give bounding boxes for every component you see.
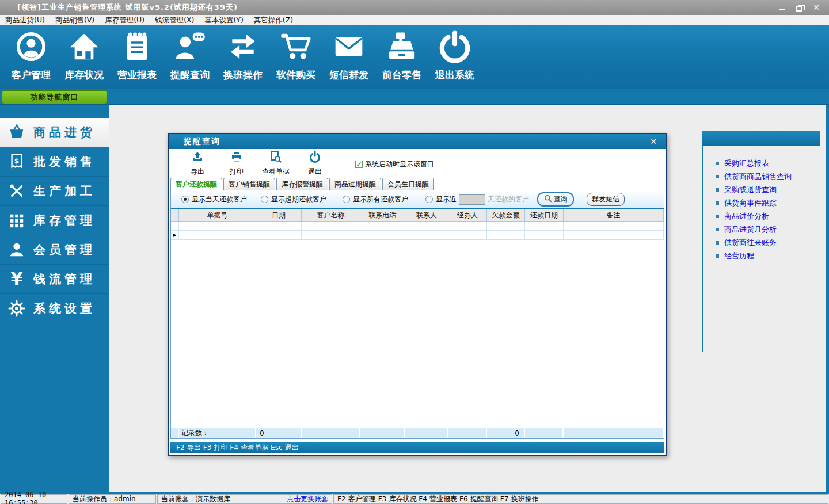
toolbar-business-report[interactable]: 营业报表 — [111, 25, 163, 89]
menu-bar: 商品进货(U) 商品销售(V) 库存管理(U) 钱流管理(X) 基本设置(Y) … — [0, 15, 829, 25]
table-header-row: 单据号 日期 客户名称 联系电话 联系人 经办人 欠款金额 还款日期 备注 — [171, 209, 664, 222]
sidebar-item-production[interactable]: 生产加工 — [0, 177, 109, 206]
link-supplier-accounts[interactable]: 供货商往来账务 — [716, 236, 820, 249]
col-header-repay-date[interactable]: 还款日期 — [525, 209, 564, 222]
table-row[interactable]: ▶ — [171, 231, 664, 240]
tab-product-expiry[interactable]: 商品过期提醒 — [329, 178, 381, 190]
sidebar-item-inventory[interactable]: 库存管理 — [0, 206, 109, 235]
sidebar-item-cashflow[interactable]: ¥ 钱流管理 — [0, 265, 109, 294]
sidebar-item-wholesale[interactable]: $ 批发销售 — [0, 147, 109, 177]
toolbar-inventory-status[interactable]: 库存状况 — [58, 25, 111, 89]
bullet-icon — [716, 254, 719, 258]
dialog-exit-button[interactable]: 退出 — [295, 151, 334, 177]
toolbar-reminder-query[interactable]: 提醒查询 — [163, 25, 216, 89]
reminder-query-dialog: 提醒查询 ✕ 导出 打印 查看单据 — [168, 133, 667, 456]
link-supplier-product-sales-query[interactable]: 供货商商品销售查询 — [716, 170, 820, 183]
dialog-title-bar[interactable]: 提醒查询 ✕ — [169, 134, 666, 149]
dialog-hotkey-hint: F2-导出 F3-打印 F4-查看单据 Esc-退出 — [170, 442, 664, 453]
toolbar-exit-system[interactable]: 退出系统 — [428, 25, 481, 89]
menu-item-other[interactable]: 其它操作(Z) — [249, 15, 298, 25]
show-on-startup-checkbox[interactable]: 系统启动时显示该窗口 — [355, 159, 434, 169]
export-icon — [192, 151, 203, 165]
link-monthly-purchase-analysis[interactable]: 商品进货月分析 — [716, 223, 820, 236]
toolbar-sms-broadcast[interactable]: 短信群发 — [322, 25, 375, 89]
gear-icon — [0, 300, 33, 317]
member-icon — [0, 241, 33, 258]
toolbar-software-purchase[interactable]: 软件购买 — [269, 25, 322, 89]
col-header-customer[interactable]: 客户名称 — [302, 209, 360, 222]
radio-overdue[interactable]: 显示超期还款客户 — [261, 194, 326, 204]
link-purchase-price-analysis[interactable]: 商品进价分析 — [716, 209, 820, 223]
switch-account-link[interactable]: 点击更换账套 — [287, 494, 328, 504]
nav-tab-function-navigator[interactable]: 功能导航窗口 — [2, 90, 107, 104]
close-icon[interactable]: ✕ — [812, 3, 821, 12]
menu-item-inventory[interactable]: 库存管理(U) — [100, 15, 150, 25]
application-window: [领智]工业生产销售管理系统 试用版v5.2(试用期还有39天) ✕ 商品进货(… — [0, 0, 829, 504]
yen-icon: ¥ — [0, 270, 33, 288]
envelope-icon — [333, 30, 365, 65]
menu-item-settings[interactable]: 基本设置(Y) — [199, 15, 248, 25]
query-button[interactable]: 查询 — [537, 192, 574, 207]
radio-icon — [343, 196, 350, 203]
link-supplier-event-tracking[interactable]: 供货商事件跟踪 — [716, 196, 820, 209]
col-header-handler[interactable]: 经办人 — [448, 209, 487, 222]
radio-today[interactable]: 显示当天还款客户 — [181, 194, 247, 204]
tab-stock-alert[interactable]: 库存报警提醒 — [276, 178, 328, 190]
svg-text:$: $ — [14, 157, 19, 165]
restore-icon[interactable] — [794, 3, 804, 12]
days-suffix-label: 天还款的客户 — [488, 194, 529, 204]
col-header-date[interactable]: 日期 — [256, 209, 302, 222]
link-purchase-return-query[interactable]: 采购或退货查询 — [716, 183, 820, 196]
tab-customer-sales[interactable]: 客户销售提醒 — [223, 178, 275, 190]
tools-icon — [0, 182, 33, 200]
basket-icon — [0, 124, 33, 141]
col-header-phone[interactable]: 联系电话 — [360, 209, 405, 222]
tab-member-birthday[interactable]: 会员生日提醒 — [382, 178, 434, 190]
dialog-toolbar: 导出 打印 查看单据 退出 — [169, 149, 666, 179]
days-input[interactable] — [459, 194, 485, 205]
status-hotkeys: F2-客户管理 F3-库存状况 F4-营业报表 F6-提醒查询 F7-换班操作 — [333, 494, 828, 504]
print-button[interactable]: 打印 — [217, 151, 256, 177]
export-button[interactable]: 导出 — [178, 151, 217, 177]
link-purchase-summary-report[interactable]: 采购汇总报表 — [716, 156, 820, 170]
radio-all[interactable]: 显示所有还款客户 — [343, 194, 408, 204]
toolbar-shift-change[interactable]: 换班操作 — [216, 25, 269, 89]
cart-icon — [280, 30, 312, 65]
minimize-icon[interactable] — [777, 3, 786, 12]
sidebar-item-members[interactable]: 会员管理 — [0, 235, 109, 265]
sms-broadcast-button[interactable]: 群发短信 — [587, 193, 625, 206]
toolbar-customer-management[interactable]: 客户管理 — [5, 25, 58, 89]
col-header-contact[interactable]: 联系人 — [405, 209, 448, 222]
window-controls: ✕ — [777, 3, 829, 12]
link-business-history[interactable]: 经营历程 — [716, 249, 820, 262]
table-row[interactable] — [171, 222, 664, 231]
main-toolbar: 客户管理 库存状况 营业报表 提醒查询 换班操作 软件购买 短信群发 前台零售 — [0, 25, 829, 89]
checkbox-check-icon — [355, 161, 363, 168]
record-count-label: 记录数： — [179, 428, 256, 438]
person-chat-icon — [174, 30, 206, 65]
sidebar-item-purchase[interactable]: 商品进货 — [0, 118, 109, 147]
power-icon — [309, 151, 321, 165]
grid-icon — [0, 212, 33, 229]
col-header-document-no[interactable]: 单据号 — [179, 209, 256, 222]
radio-recent-days[interactable]: 显示近 — [425, 194, 457, 204]
bullet-icon — [716, 228, 719, 231]
view-document-button[interactable]: 查看单据 — [256, 151, 295, 177]
col-header-remark[interactable]: 备注 — [564, 209, 664, 222]
toolbar-pos-retail[interactable]: 前台零售 — [375, 25, 428, 89]
status-datetime: 2014-06-10 16:55:30 — [1, 494, 67, 504]
col-header-amount-owed[interactable]: 欠款金额 — [487, 209, 525, 222]
dialog-close-icon[interactable]: ✕ — [650, 137, 666, 146]
menu-item-purchase[interactable]: 商品进货(U) — [0, 15, 50, 25]
status-bar: 2014-06-10 16:55:30 当前操作员：admin 当前账套：演示数… — [0, 492, 829, 504]
menu-item-sales[interactable]: 商品销售(V) — [50, 15, 100, 25]
radio-icon — [425, 196, 433, 203]
sidebar-item-system-settings[interactable]: 系统设置 — [0, 294, 109, 323]
dialog-title: 提醒查询 — [169, 136, 220, 147]
amount-total-value: 0 — [487, 428, 525, 438]
filter-bar: 显示当天还款客户 显示超期还款客户 显示所有还款客户 显示近 — [171, 190, 664, 209]
tab-customer-repayment[interactable]: 客户还款提醒 — [170, 178, 222, 190]
menu-item-cashflow[interactable]: 钱流管理(X) — [150, 15, 199, 25]
home-icon — [68, 30, 100, 65]
window-title-bar: [领智]工业生产销售管理系统 试用版v5.2(试用期还有39天) ✕ — [0, 0, 829, 15]
